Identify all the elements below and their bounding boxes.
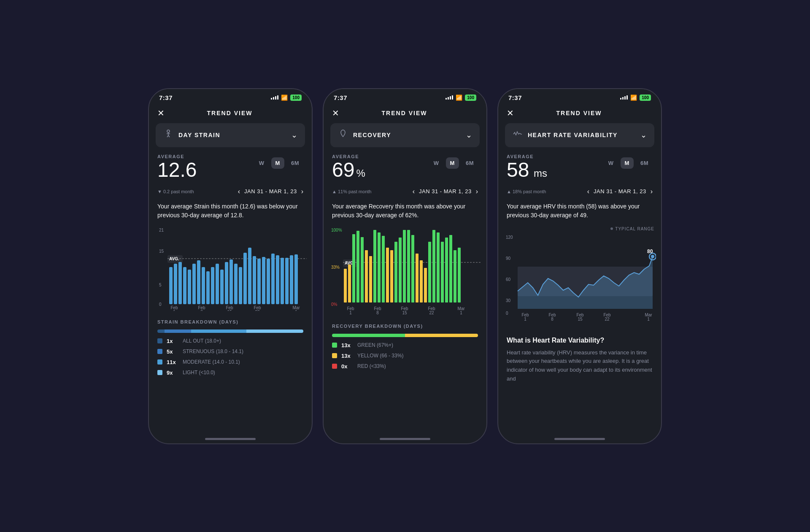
svg-text:8: 8 <box>200 310 203 311</box>
chevron-icon-1: ⌄ <box>291 130 297 140</box>
svg-text:0: 0 <box>506 311 508 316</box>
svg-rect-62 <box>369 256 372 302</box>
prev-arrow-2[interactable]: ‹ <box>413 188 415 195</box>
svg-text:15: 15 <box>402 311 407 315</box>
breakdown-desc-2-3: RED (<33%) <box>357 363 386 369</box>
description-3: Your average HRV this month (58) was abo… <box>498 199 661 227</box>
screen-content-2: ✕ TREND VIEW RECOVERY ⌄ AVERAGE 69% <box>324 105 486 435</box>
nav-header-1: ✕ TREND VIEW <box>149 105 312 123</box>
status-bar-2: 7:37 📶 100 <box>324 89 486 105</box>
screen-content-3: ✕ TREND VIEW HEART RATE VARIABILITY ⌄ AV… <box>498 105 661 435</box>
svg-rect-29 <box>248 248 251 304</box>
breakdown-count-3: 11x <box>167 359 178 365</box>
prev-arrow-1[interactable]: ‹ <box>238 188 240 195</box>
chart-area-2: 100% 33% 0% AVG. <box>330 227 480 317</box>
metric-icon-2 <box>338 129 348 141</box>
average-section-2: AVERAGE 69% W M 6M <box>324 154 486 185</box>
time-btn-w-3[interactable]: W <box>604 157 618 169</box>
svg-rect-81 <box>449 235 452 302</box>
battery-2: 100 <box>465 95 476 101</box>
time-buttons-3: W M 6M <box>604 157 653 169</box>
svg-rect-15 <box>183 267 186 304</box>
svg-text:22: 22 <box>255 310 260 311</box>
breakdown-bar-1 <box>157 329 303 333</box>
battery-3: 100 <box>640 95 651 101</box>
close-button-2[interactable]: ✕ <box>332 108 339 118</box>
average-value-3: 58 <box>507 159 529 181</box>
breakdown-dot-2 <box>157 349 162 354</box>
svg-rect-75 <box>424 268 427 302</box>
status-time-3: 7:37 <box>508 94 522 101</box>
time-btn-m-3[interactable]: M <box>621 157 634 169</box>
time-btn-m-2[interactable]: M <box>446 157 459 169</box>
svg-text:22: 22 <box>429 311 434 315</box>
breakdown-desc-2: STRENUOUS (18.0 - 14.1) <box>183 348 243 354</box>
date-nav-1: ‹ JAN 31 - MAR 1, 23 › <box>238 188 303 195</box>
chart-area-1: 21 15 5 0 AVG. <box>156 227 305 313</box>
typical-range-label: TYPICAL RANGE <box>615 227 654 231</box>
time-btn-w-2[interactable]: W <box>429 157 443 169</box>
svg-rect-57 <box>348 265 351 302</box>
svg-rect-30 <box>253 256 256 304</box>
next-arrow-1[interactable]: › <box>301 188 303 195</box>
phone-day-strain: 7:37 📶 100 ✕ TREND VIEW <box>148 88 313 444</box>
svg-rect-27 <box>239 267 242 304</box>
time-buttons-2: W M 6M <box>429 157 478 169</box>
recovery-chart-2: 100% 33% 0% AVG. <box>330 227 481 315</box>
svg-rect-37 <box>285 258 289 304</box>
svg-rect-66 <box>386 248 389 302</box>
hrv-info-title: What is Heart Rate Variability? <box>507 337 653 344</box>
metric-selector-1[interactable]: DAY STRAIN ⌄ <box>156 123 305 147</box>
metric-icon-3 <box>513 129 523 141</box>
average-value-2: 69 <box>332 159 354 181</box>
svg-rect-82 <box>454 250 456 302</box>
screen-content-1: ✕ TREND VIEW DAY STRAIN ⌄ <box>149 105 312 435</box>
status-bar-1: 7:37 📶 100 <box>149 89 312 105</box>
close-button-3[interactable]: ✕ <box>507 108 514 118</box>
metric-icon-1 <box>163 129 173 141</box>
svg-rect-13 <box>174 264 177 304</box>
breakdown-item-2-2: 13x YELLOW (66 - 33%) <box>332 353 478 359</box>
status-time-1: 7:37 <box>159 94 173 101</box>
change-badge-3: ▲ 18% past month <box>507 189 546 194</box>
time-btn-6m-3[interactable]: 6M <box>636 157 653 169</box>
next-arrow-3[interactable]: › <box>651 188 653 195</box>
metric-label-2: RECOVERY <box>353 132 391 138</box>
svg-rect-68 <box>394 242 397 302</box>
breakdown-item-1: 1x ALL OUT (18.0+) <box>157 338 303 344</box>
svg-rect-25 <box>230 259 233 304</box>
svg-text:1: 1 <box>173 310 176 311</box>
time-btn-m-1[interactable]: M <box>271 157 284 169</box>
svg-text:1: 1 <box>647 317 650 321</box>
next-arrow-2[interactable]: › <box>476 188 478 195</box>
breakdown-count-2-2: 13x <box>341 353 353 359</box>
metric-label-1: DAY STRAIN <box>178 132 220 138</box>
close-button-1[interactable]: ✕ <box>157 108 165 118</box>
chevron-icon-3: ⌄ <box>640 130 647 140</box>
prev-arrow-3[interactable]: ‹ <box>587 188 589 195</box>
svg-rect-83 <box>458 248 461 302</box>
metric-selector-2[interactable]: RECOVERY ⌄ <box>330 123 480 147</box>
signal-icon-1 <box>271 95 278 100</box>
time-btn-w-1[interactable]: W <box>255 157 269 169</box>
svg-text:5: 5 <box>159 283 162 287</box>
time-btn-6m-2[interactable]: 6M <box>462 157 478 169</box>
time-btn-6m-1[interactable]: 6M <box>287 157 303 169</box>
date-range-row-3: ▲ 18% past month ‹ JAN 31 - MAR 1, 23 › <box>498 185 661 199</box>
change-badge-1: ▼ 0.2 past month <box>157 189 194 194</box>
breakdown-count-2: 5x <box>167 348 178 355</box>
svg-text:15: 15 <box>578 317 583 321</box>
svg-rect-35 <box>276 255 279 304</box>
svg-text:22: 22 <box>605 317 610 321</box>
signal-icon-2 <box>446 95 453 100</box>
metric-selector-3[interactable]: HEART RATE VARIABILITY ⌄ <box>505 123 654 147</box>
breakdown-count-2-3: 0x <box>341 363 353 370</box>
svg-text:1: 1 <box>295 310 297 311</box>
wifi-icon-3: 📶 <box>630 95 637 101</box>
svg-text:1: 1 <box>349 311 352 315</box>
svg-rect-21 <box>211 267 214 304</box>
signal-icon-3 <box>620 95 628 100</box>
nav-title-1: TREND VIEW <box>207 110 253 116</box>
svg-text:8: 8 <box>551 317 554 321</box>
metric-label-3: HEART RATE VARIABILITY <box>528 132 618 138</box>
